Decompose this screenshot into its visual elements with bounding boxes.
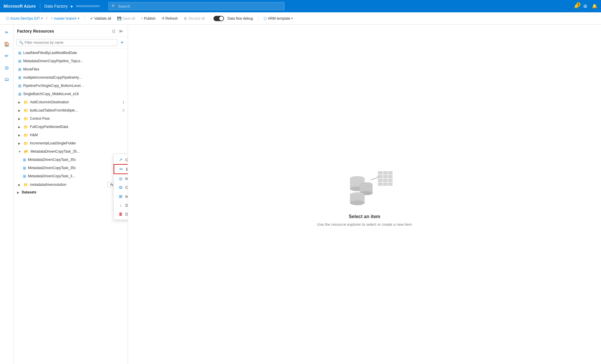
list-item-with-dots[interactable]: ⊞ MetadataDrivenCopyTask_3... •••: [14, 172, 128, 180]
expand-icon: ▶: [18, 142, 21, 145]
resource-name: AddColumnInDestination: [30, 100, 119, 104]
manage-icon: 🗂: [4, 77, 9, 82]
resource-box[interactable]: [76, 5, 100, 7]
resource-name: MetadataDrivenCopyPipeline_TopLe...: [23, 59, 124, 63]
expand-icon: ▶: [18, 183, 21, 186]
branch-button[interactable]: ⑂ master branch ▾: [48, 15, 82, 22]
expand-icon: ▶: [18, 109, 21, 112]
empty-state-description: Use the resource explorer to select or c…: [317, 222, 412, 227]
header-divider: [40, 3, 40, 9]
ctx-move-label: Move to: [125, 194, 128, 199]
list-item[interactable]: ⊞ multipleIncrementalCopyPipelineHy...: [14, 73, 128, 82]
filter-input-wrap[interactable]: 🔍: [16, 39, 117, 46]
list-item[interactable]: ▶ 📁 AddColumnInDestination 1: [14, 98, 128, 106]
filter-input[interactable]: [25, 41, 115, 45]
list-item[interactable]: ▶ 📁 IncrementalLoadSingleFolder: [14, 139, 128, 147]
pipeline-icon: ⊞: [23, 158, 26, 162]
list-item[interactable]: ▼ 📂 MetadataDrivenCopyTask_35...: [14, 147, 128, 156]
folder-icon: 📁: [23, 108, 28, 113]
sidebar-item-home[interactable]: 🏠: [1, 39, 12, 49]
download-icon: ↓: [118, 203, 123, 208]
ctx-monitor[interactable]: ◎ Monitor: [114, 174, 128, 183]
ctx-clone[interactable]: ⧉ Clone: [114, 183, 128, 192]
empty-state-title: Select an item: [349, 214, 381, 219]
discard-all-button[interactable]: 🗑 Discard all: [181, 15, 207, 22]
sidebar-item-collapse[interactable]: ≫: [1, 27, 12, 38]
list-item[interactable]: ⊞ MetadataDrivenCopyTask_35c: [14, 156, 128, 164]
search-input[interactable]: [118, 4, 281, 9]
folder-icon: 📁: [23, 133, 28, 137]
publish-button[interactable]: ↑ Publish: [139, 15, 158, 22]
git-provider-button[interactable]: ⬡ Azure DevOps GIT ▾: [4, 15, 45, 22]
resource-name: multipleIncrementalCopyPipelineHy...: [23, 75, 124, 80]
debug-label-button[interactable]: Data flow debug: [225, 15, 255, 22]
add-resource-button[interactable]: +: [119, 40, 125, 46]
resource-name: bulkLoadTablesFromMultiple...: [30, 108, 119, 112]
resource-name: MoveFiles: [23, 67, 124, 71]
minimize-panel-button[interactable]: ≫: [117, 28, 124, 34]
save-label: Save all: [123, 16, 135, 21]
pipeline-icon: ⊞: [23, 174, 26, 178]
folder-icon: 📁: [23, 100, 28, 105]
ctx-clone-label: Clone: [125, 185, 128, 190]
arm-template-button[interactable]: ⬡ ARM template ▾: [261, 15, 295, 22]
panel-header-icons: ⟨⟨ ≫: [111, 28, 124, 34]
portal-icon[interactable]: ⊞: [583, 4, 587, 9]
list-item[interactable]: ▶ 📁 bulkLoadTablesFromMultiple... 3: [14, 106, 128, 114]
list-item[interactable]: ▶ 📁 H&M: [14, 131, 128, 139]
pipeline-icon: ⊞: [18, 75, 21, 80]
monitor-icon: ◎: [5, 65, 9, 70]
list-item[interactable]: ▶ 📁 FullCopyPartitionedData: [14, 123, 128, 131]
expand-icon: ▶: [18, 117, 21, 120]
toolbar-sep1: [85, 16, 85, 21]
resource-panel: Factory Resources ⟨⟨ ≫ 🔍 + ⊞ LoadNewFile…: [14, 25, 128, 364]
open-icon: ↗: [118, 157, 123, 162]
panel-header: Factory Resources ⟨⟨ ≫: [14, 25, 128, 37]
expand-icon: ▶: [18, 125, 21, 129]
ctx-download[interactable]: ↓ Download support files: [114, 201, 128, 210]
collapse-panel-button[interactable]: ⟨⟨: [111, 28, 116, 34]
sidebar-item-monitor[interactable]: ◎: [1, 62, 12, 73]
list-item[interactable]: ▶ 📁 Control Flow: [14, 114, 128, 123]
sidebar-item-manage[interactable]: 🗂: [1, 74, 12, 85]
list-item[interactable]: ⊞ PipelineForSingleCopy_BottomLevel...: [14, 82, 128, 90]
refresh-button[interactable]: ↺ Refresh: [159, 15, 180, 22]
git-icon: ⬡: [6, 16, 9, 21]
settings-icon[interactable]: 🔔: [592, 4, 597, 9]
folder-icon: 📁: [23, 117, 28, 121]
panel-title: Factory Resources: [17, 29, 54, 33]
ctx-open[interactable]: ↗ Open: [114, 155, 128, 164]
toolbar-sep3: [258, 16, 258, 21]
debug-toggle[interactable]: [213, 16, 224, 21]
sidebar-item-pencil[interactable]: ✏: [1, 50, 12, 61]
ctx-move[interactable]: ⊞ Move to: [114, 192, 128, 201]
header-icons: 🔔 3 ⊞ 🔔: [574, 4, 597, 9]
search-bar[interactable]: 🔍: [108, 2, 284, 10]
pipeline-icon: ⊞: [18, 67, 21, 72]
list-item-with-actions[interactable]: ▶ 📁 metadatadrivensolution Actions: [14, 180, 128, 189]
ctx-edit[interactable]: ✏ Edit control table: [114, 164, 128, 174]
save-all-button[interactable]: 💾 Save all: [115, 15, 138, 22]
toolbar-slash: /: [46, 16, 47, 21]
app-name: Data Factory: [44, 4, 68, 9]
toolbar: ⬡ Azure DevOps GIT ▾ / ⑂ master branch ▾…: [0, 12, 601, 25]
datasets-section-header[interactable]: ▶ Datasets 77: [14, 189, 128, 196]
datasets-expand-icon: ▶: [17, 191, 19, 194]
list-item[interactable]: ⊞ MetadataDrivenCopyTask_35c: [14, 164, 128, 172]
notification-bell[interactable]: 🔔 3: [574, 4, 579, 9]
branch-icon: ⑂: [51, 16, 53, 21]
folder-icon: 📁: [23, 141, 28, 146]
ctx-delete[interactable]: 🗑 Delete: [114, 210, 128, 218]
list-item[interactable]: ⊞ SingleBatchCopy_MiddleLevel_e16: [14, 90, 128, 98]
folder-icon: 📂: [24, 149, 29, 154]
branch-dropdown-icon: ▾: [78, 17, 79, 20]
publish-icon: ↑: [141, 16, 143, 21]
list-item[interactable]: ⊞ MetadataDrivenCopyPipeline_TopLe...: [14, 57, 128, 65]
list-item[interactable]: ⊞ LoadNewFilesByLastModifiedDate: [14, 49, 128, 57]
monitor-ctx-icon: ◎: [118, 176, 123, 181]
validate-all-button[interactable]: ✔ Validate all: [88, 15, 114, 22]
list-item[interactable]: ⊞ MoveFiles: [14, 65, 128, 73]
resource-name: LoadNewFilesByLastModifiedDate: [23, 51, 124, 55]
search-icon: 🔍: [112, 4, 116, 9]
discard-icon: 🗑: [184, 16, 187, 21]
